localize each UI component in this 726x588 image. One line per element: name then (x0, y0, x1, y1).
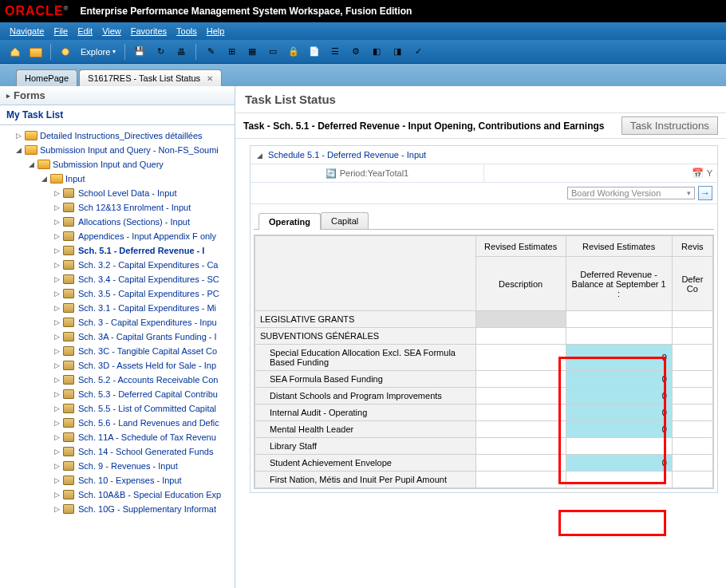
desc-cell[interactable] (475, 345, 566, 371)
value-cell[interactable]: 0 (566, 421, 672, 438)
twisty-icon[interactable]: ▷ (53, 505, 61, 513)
twisty-icon[interactable]: ▷ (53, 433, 61, 441)
menu-favorites[interactable]: Favorites (126, 26, 172, 36)
tree-node[interactable]: ▷Sch. 3D - Assets Held for Sale - Inp (3, 358, 233, 373)
twisty-icon[interactable]: ◢ (27, 160, 35, 168)
menu-file[interactable]: File (49, 26, 73, 36)
tree-label[interactable]: Sch. 3.5 - Capital Expenditures - PC (78, 289, 219, 298)
tree-node[interactable]: ▷Sch. 3C - Tangible Capital Asset Co (3, 344, 233, 358)
tree-label[interactable]: Sch. 5.5 - List of Committed Capital (78, 404, 216, 413)
twisty-icon[interactable]: ▷ (53, 218, 61, 226)
refresh-icon[interactable]: ↻ (153, 45, 168, 59)
tree-node[interactable]: ▷Sch 12&13 Enrolment - Input (3, 200, 233, 215)
tree-label[interactable]: Sch. 3D - Assets Held for Sale - Inp (78, 361, 216, 370)
go-button[interactable]: → (698, 186, 712, 200)
tree-label[interactable]: School Level Data - Input (78, 188, 177, 198)
desc-cell[interactable] (475, 311, 566, 328)
tree-label[interactable]: Allocations (Sections) - Input (78, 217, 190, 227)
tree-label[interactable]: Sch. 5.2 - Accounts Receivable Con (78, 375, 218, 385)
desc-cell[interactable] (475, 438, 566, 455)
tree-node[interactable]: ▷Sch. 9 - Revenues - Input (3, 459, 233, 473)
close-icon[interactable]: ✕ (207, 74, 213, 83)
print-icon[interactable]: 🖶 (174, 45, 188, 59)
tree-node[interactable]: ▷Sch. 5.1 - Deferred Revenue - I (3, 243, 233, 258)
edit-icon[interactable]: ✎ (203, 45, 218, 59)
value-cell[interactable]: 0 (566, 455, 672, 472)
twisty-icon[interactable]: ▷ (53, 203, 61, 211)
twisty-icon[interactable]: ▷ (53, 476, 61, 484)
menu-tools[interactable]: Tools (172, 26, 202, 36)
tree-node[interactable]: ▷Sch. 3A - Capital Grants Funding - I (3, 330, 233, 344)
twisty-icon[interactable]: ▷ (53, 318, 61, 326)
tree-node[interactable]: ▷Sch. 3.5 - Capital Expenditures - PC (3, 286, 233, 301)
approvals-icon[interactable]: ✓ (411, 45, 425, 59)
twisty-icon[interactable]: ▷ (53, 404, 61, 412)
desc-cell[interactable] (475, 404, 566, 421)
twisty-icon[interactable]: ▷ (53, 290, 61, 298)
twisty-icon[interactable]: ◢ (14, 146, 22, 154)
desc-cell[interactable] (475, 328, 566, 345)
tree-label[interactable]: Sch. 3C - Tangible Capital Asset Co (78, 346, 217, 356)
tree-node[interactable]: ▷Sch. 3.1 - Capital Expenditures - Mi (3, 301, 233, 315)
tab-operating[interactable]: Operating (258, 213, 321, 230)
twisty-icon[interactable]: ▷ (53, 462, 61, 470)
tree-label[interactable]: Sch. 3.1 - Capital Expenditures - Mi (78, 303, 216, 313)
schedule-title[interactable]: ◢ Schedule 5.1 - Deferred Revenue - Inpu… (251, 146, 717, 164)
tree-node[interactable]: ▷Sch. 3.4 - Capital Expenditures - SC (3, 272, 233, 286)
twisty-icon[interactable]: ▷ (53, 247, 61, 255)
tree-node[interactable]: ▷Sch. 14 - School Generated Funds (3, 444, 233, 459)
tree-node[interactable]: ▷Detailed Instructions_Directives détail… (3, 128, 233, 143)
grid-icon[interactable]: ▦ (245, 45, 259, 59)
tree-node[interactable]: ▷Sch. 10A&B - Special Education Exp (3, 487, 233, 502)
explore-button[interactable]: Explore▾ (76, 45, 120, 58)
tree-node[interactable]: ▷Sch. 5.6 - Land Revenues and Defic (3, 416, 233, 430)
menu-view[interactable]: View (97, 26, 126, 36)
tree-label[interactable]: Sch. 5.3 - Deferred Capital Contribu (78, 389, 218, 399)
twisty-icon[interactable]: ▷ (53, 333, 61, 341)
tree-label[interactable]: Detailed Instructions_Directives détaill… (40, 131, 203, 140)
tree-node[interactable]: ▷Sch. 10G - Supplementary Informat (3, 502, 233, 516)
tab-tasklist[interactable]: S1617RES - Task List Status ✕ (79, 69, 222, 86)
adjust-icon[interactable]: ⊞ (224, 45, 239, 59)
save-icon[interactable]: 💾 (132, 45, 147, 59)
menu-edit[interactable]: Edit (73, 26, 97, 36)
tab-capital[interactable]: Capital (321, 212, 369, 229)
tree-label[interactable]: Sch. 5.6 - Land Revenues and Defic (78, 418, 219, 428)
twisty-icon[interactable]: ▷ (53, 304, 61, 312)
desc-cell[interactable] (475, 472, 566, 488)
tree-label[interactable]: Sch. 14 - School Generated Funds (78, 447, 213, 456)
tree-label[interactable]: Sch. 9 - Revenues - Input (78, 461, 178, 471)
open-folder-icon[interactable] (29, 45, 43, 59)
desc-cell[interactable] (475, 371, 566, 388)
document-icon[interactable]: 📄 (307, 45, 322, 59)
forms-header[interactable]: ▸ Forms (0, 86, 235, 105)
tree-node[interactable]: ▷Sch. 10 - Expenses - Input (3, 473, 233, 487)
menu-help[interactable]: Help (202, 26, 230, 36)
desc-cell[interactable] (475, 421, 566, 438)
tab-homepage[interactable]: HomePage (16, 69, 77, 86)
twisty-icon[interactable]: ▷ (53, 419, 61, 427)
twisty-icon[interactable]: ◢ (40, 175, 48, 183)
tree-node[interactable]: ◢Submission Input and Query (3, 157, 233, 172)
tree-label[interactable]: Input (65, 174, 85, 184)
collapse-icon[interactable]: ◢ (257, 152, 262, 160)
tree-node[interactable]: ◢Input (3, 172, 233, 186)
home-icon[interactable] (8, 45, 22, 59)
tree-node[interactable]: ▷Sch. 5.5 - List of Committed Capital (3, 401, 233, 416)
tool1-icon[interactable]: ◧ (369, 45, 384, 59)
twisty-icon[interactable]: ▷ (53, 347, 61, 355)
task-instructions-button[interactable]: Task Instructions (621, 116, 718, 135)
tree-node[interactable]: ▷Appendices - Input Appendix F only (3, 229, 233, 243)
value-cell[interactable]: 0 (566, 404, 672, 421)
version-dropdown[interactable]: Board Working Version▾ (567, 187, 695, 199)
year-cell[interactable]: 📅 Y (484, 164, 717, 182)
tree-label[interactable]: Sch 12&13 Enrolment - Input (78, 203, 191, 212)
twisty-icon[interactable]: ▷ (53, 189, 61, 197)
tree-node[interactable]: ▷Sch. 11A - Schedule of Tax Revenu (3, 430, 233, 444)
twisty-icon[interactable]: ▷ (53, 376, 61, 384)
twisty-icon[interactable]: ▷ (53, 448, 61, 456)
period-cell[interactable]: 🔄 Period:YearTotal1 (251, 164, 484, 182)
tree-node[interactable]: ◢Submission Input and Query - Non-FS_Sou… (3, 143, 233, 157)
tree-node[interactable]: ▷Sch. 5.2 - Accounts Receivable Con (3, 373, 233, 387)
tree-label[interactable]: Sch. 3A - Capital Grants Funding - I (78, 332, 217, 341)
